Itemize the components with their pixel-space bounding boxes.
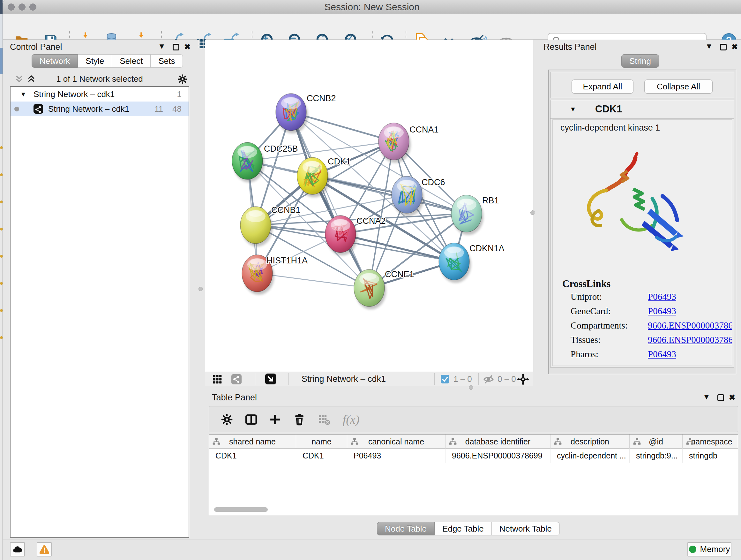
crosslink-label: Compartments: (570, 318, 628, 333)
collapse-all-button[interactable]: Collapse All (644, 79, 713, 94)
memory-button[interactable]: Memory (687, 542, 731, 557)
title-bar: Session: New Session (3, 0, 741, 14)
show-columns-icon[interactable] (242, 411, 260, 428)
control-panel-close-icon[interactable]: ✖ (184, 43, 191, 51)
delete-column-trash-icon[interactable] (290, 411, 308, 428)
network-node-count: 11 (154, 102, 163, 116)
tab-network[interactable]: Network (31, 54, 78, 68)
network-node-RB1[interactable] (451, 195, 483, 235)
selected-checkbox-icon[interactable] (441, 375, 449, 383)
column-header--id[interactable]: @id (630, 435, 683, 449)
table-horizontal-scrollbar[interactable] (211, 507, 734, 512)
column-header-namespace[interactable]: namespace (683, 435, 741, 449)
memory-status-dot (689, 546, 696, 553)
crosslink-label: GeneCard: (570, 304, 611, 318)
results-panel-title: Results Panel (543, 42, 597, 52)
left-splitter-handle[interactable] (199, 287, 203, 291)
network-view-toolbar: String Network – cdk1 1 – 0 0 – 0 (205, 372, 533, 386)
network-badge-icon[interactable] (231, 374, 242, 384)
crosslink-link[interactable]: P06493 (648, 304, 676, 318)
app-window: Session: New Session (3, 0, 741, 560)
tab-select[interactable]: Select (112, 54, 151, 68)
crosslink-link[interactable]: P06493 (648, 290, 676, 304)
network-row-label: String Network – cdk1 (48, 102, 129, 116)
table-cell[interactable]: P06493 (347, 449, 446, 462)
network-node-CCNB1[interactable] (240, 206, 273, 246)
birds-eye-view-icon[interactable] (265, 374, 276, 384)
tree-column-icon (212, 437, 220, 446)
add-column-icon[interactable] (266, 411, 284, 428)
table-panel-close-icon[interactable]: ✖ (729, 393, 735, 401)
column-header-name[interactable]: name (296, 435, 347, 449)
main-toolbar: ? (3, 14, 741, 40)
results-panel-float-icon[interactable] (720, 44, 727, 51)
network-node-CDK1[interactable] (297, 158, 329, 197)
table-panel-title: Table Panel (212, 393, 257, 402)
expand-collapse-bar: Expand All Collapse All (550, 72, 734, 98)
protein-description: cyclin-dependent kinase 1 (560, 123, 732, 133)
table-cell[interactable]: stringdb:9... (630, 449, 683, 462)
tab-style[interactable]: Style (78, 54, 112, 68)
column-header-canonical-name[interactable]: canonical name (347, 435, 446, 449)
network-selection-summary: 1 of 1 Network selected (10, 71, 189, 86)
right-splitter-handle[interactable] (530, 210, 535, 215)
protein-section-header[interactable]: ▼ CDK1 (550, 100, 734, 119)
pan-crosshair-icon[interactable] (517, 373, 529, 386)
column-header-label: description (570, 437, 609, 446)
network-node-CCNB2[interactable] (276, 94, 308, 133)
crosslink-link[interactable]: 9606.ENSP00000378699 (648, 318, 732, 333)
network-row-selected[interactable]: String Network – cdk1 11 48 (10, 102, 189, 116)
column-header-database-identifier[interactable]: database identifier (446, 435, 550, 449)
crosslink-row-4: Pharos:P06493 (570, 347, 732, 361)
table-cell[interactable]: 9606.ENSP00000378699 (446, 449, 550, 462)
grid-view-icon[interactable] (212, 374, 222, 384)
warnings-button[interactable] (37, 542, 52, 557)
crosslink-link[interactable]: P06493 (648, 347, 676, 361)
tree-expander-icon[interactable]: ▼ (20, 87, 26, 102)
network-node-CCNE1[interactable] (354, 269, 386, 309)
tree-column-icon (686, 437, 694, 446)
control-panel-float-icon[interactable] (173, 44, 179, 51)
horizontal-splitter-handle[interactable] (469, 385, 473, 390)
tab-node-table[interactable]: Node Table (377, 522, 434, 536)
table-panel-collapse-icon[interactable]: ▼ (703, 393, 711, 401)
network-collection-row[interactable]: ▼ String Network – cdk1 1 (10, 87, 189, 102)
tab-network-table[interactable]: Network Table (492, 522, 560, 536)
table-cell[interactable]: CDK1 (296, 449, 347, 462)
protein-section: ▼ CDK1 cyclin-dependent kinase 1 (550, 100, 734, 368)
table-cell[interactable]: cyclin-dependent ... (550, 449, 630, 462)
column-header-label: @id (649, 437, 663, 446)
network-canvas[interactable]: CCNB2CCNA1CDC25BCDK1CDC6RB1CCNB1CCNA2HIS… (205, 40, 533, 372)
cloud-status-button[interactable] (10, 542, 25, 557)
table-row[interactable]: CDK1CDK1P064939606.ENSP00000378699cyclin… (209, 449, 738, 462)
section-expander-icon[interactable]: ▼ (569, 105, 576, 113)
results-panel-close-icon[interactable]: ✖ (731, 43, 738, 51)
string-results-box: Expand All Collapse All ▼ CDK1 cyclin-de… (548, 70, 736, 374)
expand-all-button[interactable]: Expand All (571, 79, 633, 94)
network-node-CDKN1A[interactable] (439, 243, 471, 283)
network-options-gear-icon[interactable] (177, 74, 188, 84)
crosslink-link[interactable]: 9606.ENSP00000378699 (648, 333, 732, 347)
table-cell[interactable]: CDK1 (209, 449, 296, 462)
table-cell[interactable]: stringdb (683, 449, 741, 462)
tab-sets[interactable]: Sets (151, 54, 183, 68)
current-network-dot-icon (14, 107, 19, 111)
control-panel-collapse-icon[interactable]: ▼ (158, 42, 165, 51)
network-node-CDC6[interactable] (392, 176, 424, 216)
scrollbar-thumb[interactable] (214, 507, 268, 512)
network-node-CCNA2[interactable] (325, 215, 357, 255)
toolbar-separator (478, 373, 479, 385)
protein-name: CDK1 (595, 104, 622, 115)
table-options-gear-icon[interactable] (218, 411, 236, 428)
column-header-label: canonical name (368, 437, 424, 446)
table-panel-float-icon[interactable] (718, 394, 724, 401)
tab-edge-table[interactable]: Edge Table (434, 522, 492, 536)
column-header-description[interactable]: description (550, 435, 630, 449)
tab-string[interactable]: String (621, 54, 659, 68)
window-title: Session: New Session (3, 0, 741, 14)
crosslink-row-3: Tissues:9606.ENSP00000378699 (570, 333, 732, 347)
network-node-CCNA1[interactable] (379, 123, 411, 163)
results-panel-collapse-icon[interactable]: ▼ (705, 42, 713, 51)
column-header-shared-name[interactable]: shared name (209, 435, 296, 449)
crosslink-label: Uniprot: (570, 290, 602, 304)
